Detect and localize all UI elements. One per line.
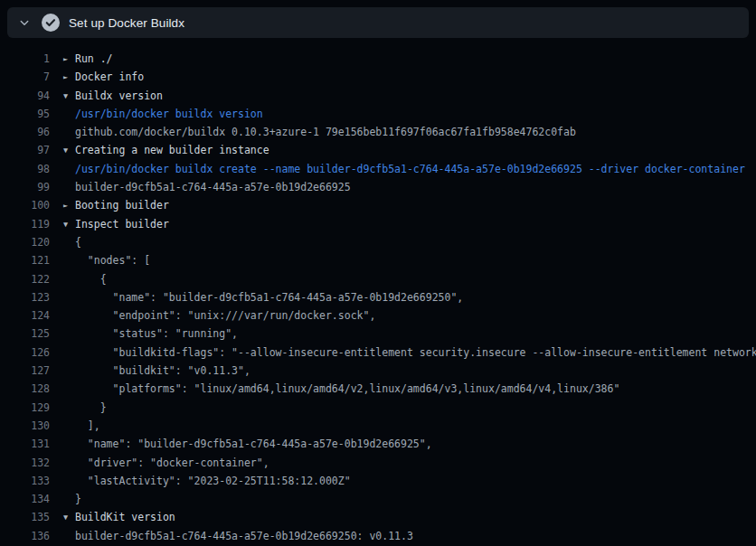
log-line: 98/usr/bin/docker buildx create --name b… (0, 160, 756, 178)
group-collapsed-icon[interactable]: ► (63, 50, 75, 68)
log-line: 99builder-d9cfb5a1-c764-445a-a57e-0b19d2… (0, 178, 756, 196)
log-line: 129 } (0, 399, 756, 417)
log-line-number[interactable]: 134 (0, 490, 50, 508)
log-output-text: "status": "running", (75, 327, 238, 340)
group-expanded-icon[interactable]: ▼ (63, 87, 75, 105)
log-line-number[interactable]: 136 (0, 527, 50, 545)
log-output-text: builder-d9cfb5a1-c764-445a-a57e-0b19d2e6… (75, 181, 351, 193)
log-line-number[interactable]: 120 (0, 233, 50, 251)
group-collapsed-icon[interactable]: ► (63, 196, 75, 214)
log-command-text: /usr/bin/docker buildx version (75, 108, 263, 120)
log-line: 130 ], (0, 417, 756, 435)
log-line: 124 "endpoint": "unix:///var/run/docker.… (0, 306, 756, 325)
check-circle-icon (42, 14, 60, 32)
step-header[interactable]: Set up Docker Buildx (7, 7, 749, 38)
step-title: Set up Docker Buildx (69, 16, 184, 30)
log-line: 133 "lastActivity": "2023-02-25T11:58:12… (0, 472, 756, 490)
log-group-title[interactable]: Run ./ (75, 52, 113, 65)
log-group-title[interactable]: Booting builder (75, 199, 169, 212)
log-line-number[interactable]: 96 (0, 123, 50, 141)
log-line-number[interactable]: 124 (0, 306, 50, 325)
log-line-number[interactable]: 121 (0, 251, 50, 269)
log-line: 126 "buildkitd-flags": "--allow-insecure… (0, 344, 756, 362)
log-line: 125 "status": "running", (0, 325, 756, 343)
log-line: 132 "driver": "docker-container", (0, 454, 756, 472)
log-line: 121 "nodes": [ (0, 251, 756, 269)
log-line: 7►Docker info (0, 68, 756, 86)
log-line-number[interactable]: 132 (0, 454, 50, 472)
log-command-text: /usr/bin/docker buildx create --name bui… (75, 163, 745, 175)
log-line: 136builder-d9cfb5a1-c764-445a-a57e-0b19d… (0, 527, 756, 545)
log-output-text: "name": "builder-d9cfb5a1-c764-445a-a57e… (75, 438, 432, 450)
log-group-title[interactable]: Buildx version (75, 89, 163, 102)
log-output-text: { (75, 273, 107, 286)
log-output-text: } (75, 493, 81, 505)
group-collapsed-icon[interactable]: ► (63, 68, 75, 86)
log-line-number[interactable]: 97 (0, 141, 50, 159)
log-line: 123 "name": "builder-d9cfb5a1-c764-445a-… (0, 288, 756, 306)
log-line-number[interactable]: 133 (0, 472, 50, 490)
log-output-text: "buildkit": "v0.11.3", (75, 364, 250, 377)
log-line: 94▼Buildx version (0, 87, 756, 105)
log-line: 127 "buildkit": "v0.11.3", (0, 362, 756, 380)
log-line-number[interactable]: 98 (0, 160, 50, 178)
log-line: 134} (0, 490, 756, 508)
log-line-number[interactable]: 127 (0, 362, 50, 380)
log-output-text: } (75, 401, 107, 414)
log-line-number[interactable]: 128 (0, 380, 50, 398)
log-line-number[interactable]: 122 (0, 270, 50, 288)
group-expanded-icon[interactable]: ▼ (63, 215, 75, 233)
log-line-number[interactable]: 119 (0, 215, 50, 233)
log-output-text: builder-d9cfb5a1-c764-445a-a57e-0b19d2e6… (75, 530, 413, 542)
log-line: 131 "name": "builder-d9cfb5a1-c764-445a-… (0, 435, 756, 453)
log-line-number[interactable]: 126 (0, 344, 50, 362)
log-line: 135▼BuildKit version (0, 508, 756, 526)
log-output-text: "nodes": [ (75, 254, 150, 267)
log-line: 95/usr/bin/docker buildx version (0, 105, 756, 123)
log-output-text: "driver": "docker-container", (75, 457, 269, 469)
log-output-text: { (75, 236, 81, 249)
log-line-number[interactable]: 1 (0, 50, 50, 68)
log-output-text: github.com/docker/buildx 0.10.3+azure-1 … (75, 126, 576, 138)
log-line-number[interactable]: 125 (0, 325, 50, 343)
log-line: 120{ (0, 233, 756, 251)
log-group-title[interactable]: BuildKit version (75, 511, 175, 523)
log-line-number[interactable]: 123 (0, 288, 50, 306)
log-line: 1►Run ./ (0, 50, 756, 68)
log-line: 128 "platforms": "linux/amd64,linux/amd6… (0, 380, 756, 398)
log-group-title[interactable]: Inspect builder (75, 218, 169, 231)
log-output-text: "platforms": "linux/amd64,linux/amd64/v2… (75, 382, 619, 395)
log-line-number[interactable]: 95 (0, 105, 50, 123)
log-line-number[interactable]: 94 (0, 87, 50, 105)
log-line-number[interactable]: 131 (0, 435, 50, 453)
log-group-title[interactable]: Creating a new builder instance (75, 144, 269, 156)
log-area: 1►Run ./7►Docker info94▼Buildx version95… (0, 38, 756, 546)
log-group-title[interactable]: Docker info (75, 71, 144, 83)
log-output-text: "lastActivity": "2023-02-25T11:58:12.000… (75, 475, 351, 487)
log-output-text: "endpoint": "unix:///var/run/docker.sock… (75, 309, 375, 322)
log-line-number[interactable]: 99 (0, 178, 50, 196)
log-line: 97▼Creating a new builder instance (0, 141, 756, 159)
log-line: 119▼Inspect builder (0, 215, 756, 233)
chevron-down-icon[interactable] (18, 16, 31, 29)
log-output-text: "buildkitd-flags": "--allow-insecure-ent… (75, 346, 756, 359)
log-line: 100►Booting builder (0, 196, 756, 214)
log-line: 96github.com/docker/buildx 0.10.3+azure-… (0, 123, 756, 141)
log-line-number[interactable]: 130 (0, 417, 50, 435)
group-expanded-icon[interactable]: ▼ (63, 141, 75, 159)
log-line-number[interactable]: 100 (0, 196, 50, 214)
log-output-text: ], (75, 419, 100, 432)
log-output-text: "name": "builder-d9cfb5a1-c764-445a-a57e… (75, 291, 463, 304)
log-line-number[interactable]: 7 (0, 68, 50, 86)
log-line-number[interactable]: 129 (0, 399, 50, 417)
log-line-number[interactable]: 135 (0, 508, 50, 526)
log-line: 122 { (0, 270, 756, 288)
group-expanded-icon[interactable]: ▼ (63, 508, 75, 526)
